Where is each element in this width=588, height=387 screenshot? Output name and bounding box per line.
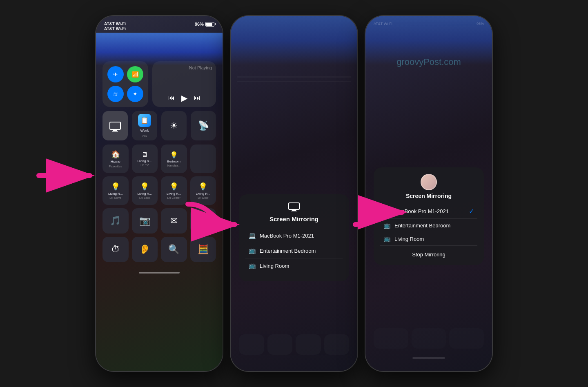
blurred-bottom xyxy=(374,328,484,349)
macbook-item-2[interactable]: 💻 MacBook Pro M1-2021 xyxy=(245,228,343,243)
flashlight-button[interactable]: 🔦 xyxy=(190,208,216,234)
airplane-button[interactable]: ✈ xyxy=(107,66,124,82)
battery-info: 96% xyxy=(195,22,214,27)
macbook-label-2: MacBook Pro M1-2021 xyxy=(260,233,314,239)
brightness-button[interactable]: ☀ xyxy=(161,111,187,140)
home-button[interactable]: 🏠 Home Favorites xyxy=(102,145,129,173)
mirror-avatar xyxy=(380,174,477,190)
top-controls-row: ✈ 📶 ≋ ✦ Not Playing ⏮ ▶ ⏭ xyxy=(102,61,216,107)
ent-bedroom-item-2[interactable]: 📺 Entertainment Bedroom xyxy=(245,243,343,258)
living-room-item-2[interactable]: 📺 Living Room xyxy=(245,258,343,273)
lr-door-sublabel: LR Door xyxy=(198,196,208,199)
blue-glow xyxy=(96,33,223,65)
calculator-button[interactable]: 🧮 xyxy=(190,237,216,262)
lr-stove-button[interactable]: 💡 Living R... LR Stove xyxy=(102,176,129,205)
lr-back-sublabel: LR Back xyxy=(139,196,150,199)
carrier-1: AT&T Wi-Fi xyxy=(104,22,126,26)
magnifier-button[interactable]: 🔍 xyxy=(161,237,187,262)
living-room-label-3: Living Room xyxy=(394,236,424,242)
wallet-button[interactable]: ✉ xyxy=(161,208,187,234)
mirror-panel-2: Screen Mirroring 💻 MacBook Pro M1-2021 📺… xyxy=(239,194,349,281)
svg-rect-1 xyxy=(292,210,296,211)
living-room-item-3[interactable]: 📺 Living Room xyxy=(380,232,477,246)
lr-back-button[interactable]: 💡 Living R... LR Back xyxy=(132,176,158,205)
ent-bedroom-label-3: Entertainment Bedroom xyxy=(394,222,450,229)
bottom-blur xyxy=(239,334,349,355)
mirror-title-3: Screen Mirroring xyxy=(380,193,477,199)
phone-1: AT&T Wi-Fi AT&T Wi-Fi 96% ✈ xyxy=(96,16,223,371)
lr-door-button[interactable]: 💡 Living R... LR Door xyxy=(190,176,216,205)
lights-row: 💡 Living R... LR Stove 💡 Living R... LR … xyxy=(102,176,216,205)
living-room-label-2: Living Room xyxy=(260,263,289,269)
cellular-button[interactable]: 📶 xyxy=(127,66,143,82)
lr-corner-button[interactable]: 💡 Living R... LR Corner xyxy=(161,176,187,205)
bluetooth-button[interactable]: ✦ xyxy=(127,86,143,102)
home-row: 🏠 Home Favorites 🖥 Living R... LG TV 💡 B… xyxy=(102,145,216,173)
ent-bedroom-label-2: Entertainment Bedroom xyxy=(260,248,316,254)
svg-rect-0 xyxy=(289,203,299,209)
connectivity-block: ✈ 📶 ≋ ✦ xyxy=(102,61,148,107)
svg-rect-2 xyxy=(291,211,297,211)
home-indicator xyxy=(139,272,180,274)
airplay-button[interactable]: 📡 xyxy=(191,111,216,140)
macbook-label-3: MacBook Pro M1-2021 xyxy=(394,208,449,214)
battery-percent: 96% xyxy=(195,22,204,27)
quick-actions-row: 📋 Work On ☀ 📡 xyxy=(102,111,216,140)
next-track-button[interactable]: ⏭ xyxy=(194,94,200,102)
clock-button[interactable]: ⏱ xyxy=(102,237,129,262)
media-block: Not Playing ⏮ ▶ ⏭ xyxy=(152,61,216,107)
mirror-icon-2 xyxy=(245,202,343,213)
battery-icon xyxy=(205,22,214,27)
mirror-panel-3: Screen Mirroring 💻 MacBook Pro M1-2021 ✓… xyxy=(374,167,484,265)
nanolea-button[interactable]: 💡 Bedroom Nanolea... xyxy=(161,145,187,173)
bottom-row: ⏱ 👂 🔍 🧮 xyxy=(102,237,216,262)
watermark: groovyPost.com xyxy=(396,57,461,67)
lgtv-sublabel: LG TV xyxy=(140,164,149,167)
screen-mirror-button[interactable] xyxy=(102,111,128,140)
media-controls: ⏮ ▶ ⏭ xyxy=(156,93,212,103)
nanolea-label: Bedroom xyxy=(167,160,180,163)
media-title: Not Playing xyxy=(156,65,212,70)
work-on-label: Work xyxy=(140,129,149,133)
control-panel: ✈ 📶 ≋ ✦ Not Playing ⏮ ▶ ⏭ xyxy=(96,57,223,269)
wifi-button[interactable]: ≋ xyxy=(107,86,124,102)
carrier-info: AT&T Wi-Fi AT&T Wi-Fi xyxy=(104,22,126,31)
lr-corner-label: Living R... xyxy=(167,192,181,196)
lr-stove-label: Living R... xyxy=(108,192,123,196)
camera-button[interactable]: 📷 xyxy=(132,208,158,234)
lgtv-button[interactable]: 🖥 Living R... LG TV xyxy=(132,145,158,173)
mirror-title-2: Screen Mirroring xyxy=(245,216,343,222)
macbook-item-3[interactable]: 💻 MacBook Pro M1-2021 ✓ xyxy=(380,204,477,219)
nanolea-sublabel: Nanolea... xyxy=(167,164,180,167)
hearing-button[interactable]: 👂 xyxy=(132,237,158,262)
empty-home-button xyxy=(190,145,216,173)
lr-back-label: Living R... xyxy=(137,192,152,196)
ent-bedroom-item-3[interactable]: 📺 Entertainment Bedroom xyxy=(380,219,477,232)
phone-3: groovyPost.com AT&T Wi-Fi 96% Screen Mir… xyxy=(365,16,492,371)
bottom-blur-3 xyxy=(374,357,484,359)
shazam-button[interactable]: 🎵 xyxy=(102,208,129,234)
phone-2: Screen Mirroring 💻 MacBook Pro M1-2021 📺… xyxy=(231,16,357,371)
blurred-status: AT&T Wi-Fi 96% xyxy=(374,22,484,26)
lr-stove-sublabel: LR Stove xyxy=(109,196,121,199)
work-on-button[interactable]: 📋 Work On xyxy=(132,111,157,140)
play-button[interactable]: ▶ xyxy=(181,93,187,103)
lgtv-label: Living R... xyxy=(137,159,152,163)
lr-corner-sublabel: LR Corner xyxy=(167,196,180,199)
home-sublabel: Favorites xyxy=(109,165,122,168)
status-bar: AT&T Wi-Fi AT&T Wi-Fi 96% xyxy=(96,16,223,33)
home-label: Home xyxy=(111,160,120,164)
apps-row: 🎵 📷 ✉ 🔦 xyxy=(102,208,216,234)
prev-track-button[interactable]: ⏮ xyxy=(168,94,175,102)
lr-door-label: Living R... xyxy=(196,192,210,196)
stop-mirroring-button[interactable]: Stop Mirroring xyxy=(380,247,477,262)
carrier-2: AT&T Wi-Fi xyxy=(104,27,126,31)
checkmark-icon: ✓ xyxy=(469,207,474,215)
work-on-sublabel: On xyxy=(143,134,147,138)
